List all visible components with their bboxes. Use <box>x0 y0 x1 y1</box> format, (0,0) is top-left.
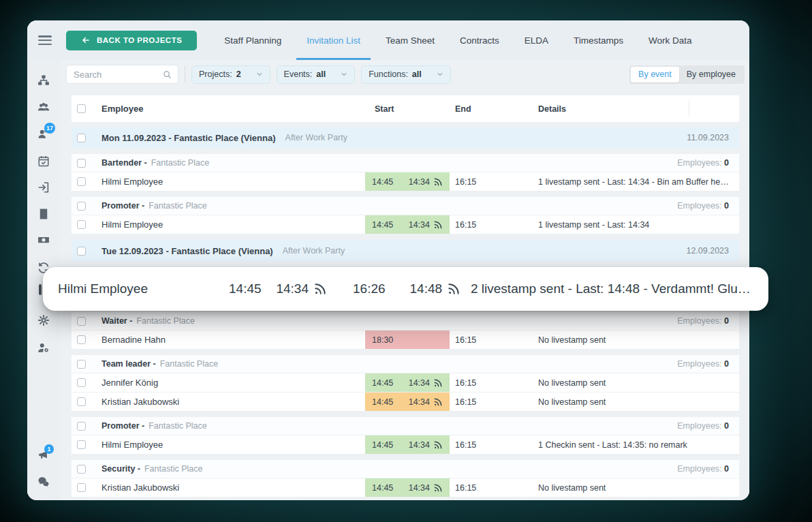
event-title: Tue 12.09.2023 - Fantastic Place (Vienna… <box>92 246 273 256</box>
dropdown-events[interactable]: Events:all <box>277 65 356 84</box>
tab-timestamps[interactable]: Timestamps <box>572 20 625 60</box>
start-time: 18:30 <box>372 335 393 345</box>
row-checkbox[interactable] <box>77 317 86 326</box>
row-checkbox[interactable] <box>77 378 86 387</box>
dropdown-projects[interactable]: Projects:2 <box>191 65 270 84</box>
function-row[interactable]: Bartender - Fantastic Place Employees: 0 <box>72 154 739 172</box>
employee-row[interactable]: Hilmi Employee 14:45 14:34 16:15 1 lives… <box>72 172 739 191</box>
row-checkbox[interactable] <box>77 159 86 168</box>
tab-invitation-list[interactable]: Invitation List <box>304 20 362 60</box>
event-date: 12.09.2023 <box>686 246 739 256</box>
livestamp-icon <box>433 397 443 407</box>
chat-icon[interactable] <box>37 476 50 488</box>
function-row[interactable]: Waiter - Fantastic Place Employees: 0 <box>72 312 739 331</box>
employee-row[interactable]: Kristian Jakubowski 14:45 14:34 16:15 No… <box>72 393 739 412</box>
calendar-check-icon[interactable] <box>37 155 50 167</box>
chevron-down-icon <box>437 71 443 78</box>
row-checkbox[interactable] <box>77 247 86 256</box>
row-checkbox[interactable] <box>77 465 86 474</box>
start-badge: 14:45 14:34 <box>365 215 450 234</box>
row-checkbox[interactable] <box>77 134 86 142</box>
end-time: 16:15 <box>450 440 538 450</box>
search-icon <box>162 70 172 80</box>
row-checkbox[interactable] <box>77 360 86 369</box>
employee-row[interactable]: Hilmi Employee 14:45 14:34 16:15 1 Check… <box>72 435 739 455</box>
function-company: Fantastic Place <box>144 464 202 474</box>
row-checkbox[interactable] <box>77 440 86 449</box>
function-row[interactable]: Team leader - Fantastic Place Employees:… <box>72 355 739 373</box>
event-subtitle: After Work Party <box>283 246 345 256</box>
tab-contracts[interactable]: Contracts <box>458 20 501 60</box>
stamp-group: 14:34 <box>409 440 443 450</box>
end-time: 16:15 <box>450 378 538 388</box>
megaphone-icon[interactable]: 1 <box>37 448 50 461</box>
row-checkbox[interactable] <box>77 483 86 492</box>
start-badge: 14:45 14:34 <box>365 435 450 454</box>
event-title: Mon 11.09.2023 - Fantastic Place (Vienna… <box>92 133 276 143</box>
dropdown-label: Projects: <box>199 70 232 79</box>
row-checkbox[interactable] <box>77 397 86 406</box>
event-row[interactable]: Tue 12.09.2023 - Fantastic Place (Vienna… <box>72 240 739 262</box>
toggle-by-employee[interactable]: By employee <box>679 67 743 82</box>
employee-row[interactable]: Bernadine Hahn 18:30 16:15 No livestamp … <box>72 331 739 350</box>
tab-team-sheet[interactable]: Team Sheet <box>384 20 437 60</box>
end-time: 16:15 <box>450 220 538 230</box>
row-checkbox[interactable] <box>77 177 86 186</box>
stamp-group: 14:34 <box>409 483 443 493</box>
employee-row[interactable]: Kristian Jakubowski 14:45 14:34 16:15 No… <box>72 478 739 497</box>
livestamp-icon <box>433 378 443 388</box>
function-row[interactable]: Promoter - Fantastic Place Employees: 0 <box>72 417 739 435</box>
function-role: Bartender - <box>92 158 147 168</box>
org-chart-icon[interactable] <box>37 74 50 87</box>
filter-bar: Projects:2Events:allFunctions:all By eve… <box>66 65 745 84</box>
dropdown-functions[interactable]: Functions:all <box>361 65 451 84</box>
stamp-group: 14:34 <box>409 220 443 230</box>
end-stamp-time: 14:48 <box>410 281 443 296</box>
header-start: Start <box>365 95 450 122</box>
start-time: 14:45 <box>229 281 262 296</box>
employee-row[interactable]: Hilmi Employee 14:45 14:34 16:15 1 lives… <box>72 215 739 234</box>
search-input[interactable] <box>67 65 178 83</box>
employees-count: Employees: 0 <box>677 421 739 431</box>
tab-work-data[interactable]: Work Data <box>646 20 694 60</box>
search-box <box>66 65 178 84</box>
dropdown-value: 2 <box>236 70 241 79</box>
stamp-time: 14:34 <box>409 397 430 407</box>
livestamp-icon <box>313 282 327 296</box>
dropdown-label: Functions: <box>369 70 408 79</box>
employee-chat-icon[interactable]: 17 <box>37 127 50 140</box>
function-company: Fantastic Place <box>160 359 218 369</box>
stamp-group: 14:34 <box>409 177 443 187</box>
banknote-icon[interactable] <box>37 234 50 246</box>
livestamp-icon <box>433 177 443 187</box>
back-to-projects-button[interactable]: BACK TO PROJECTS <box>66 31 197 50</box>
event-row[interactable]: Mon 11.09.2023 - Fantastic Place (Vienna… <box>72 127 739 149</box>
team-icon[interactable] <box>37 101 50 113</box>
filter-chips: Projects:2Events:allFunctions:all <box>191 65 451 84</box>
sign-in-icon[interactable] <box>37 181 50 194</box>
settings-icon[interactable] <box>37 314 50 326</box>
employee-row[interactable]: Jennifer König 14:45 14:34 16:15 No live… <box>72 373 739 393</box>
tab-staff-planning[interactable]: Staff Planning <box>222 20 283 60</box>
row-checkbox[interactable] <box>77 202 86 211</box>
employees-count: Employees: 0 <box>677 464 739 474</box>
employee-name: Kristian Jakubowski <box>92 482 365 493</box>
menu-icon[interactable] <box>38 35 52 45</box>
employees-count: Employees: 0 <box>677 201 739 211</box>
function-row[interactable]: Security - Fantastic Place Employees: 0 <box>72 460 739 478</box>
row-checkbox[interactable] <box>77 220 86 229</box>
stamp-time: 14:34 <box>409 440 430 450</box>
start-time: 14:45 <box>372 177 393 187</box>
row-checkbox[interactable] <box>77 335 86 344</box>
magnified-employee-row[interactable]: Hilmi Employee 14:45 14:34 16:26 14:48 2… <box>43 267 768 311</box>
toggle-by-event[interactable]: By event <box>631 67 679 82</box>
tab-elda[interactable]: ELDA <box>522 20 550 60</box>
dropdown-value: all <box>412 70 422 79</box>
building-icon[interactable] <box>37 208 50 220</box>
function-row[interactable]: Promoter - Fantastic Place Employees: 0 <box>72 197 739 215</box>
row-checkbox[interactable] <box>77 422 86 431</box>
employee-name: Jennifer König <box>92 378 365 388</box>
end-cell: 16:26 14:48 <box>339 281 471 296</box>
select-all-checkbox[interactable] <box>77 104 86 113</box>
user-settings-icon[interactable] <box>37 341 50 354</box>
